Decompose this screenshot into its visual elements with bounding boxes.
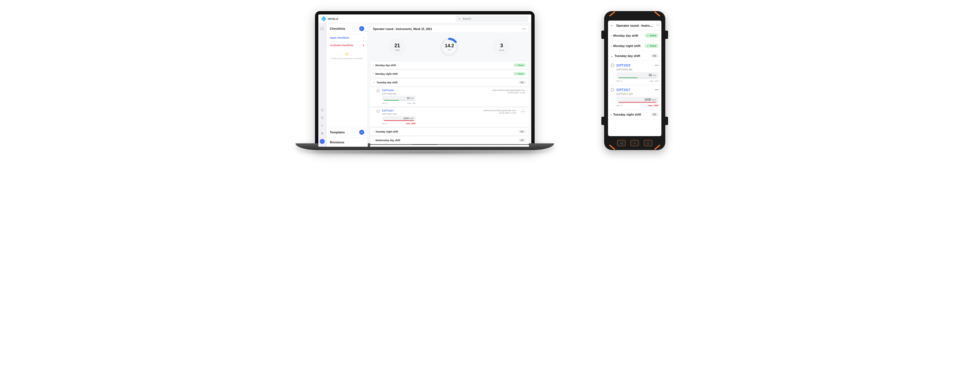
shift-tuesday-night[interactable]: › Tuesday night shift 0/1 [608,110,662,119]
brand-logo-icon [321,16,326,22]
count-badge: 0/2 [518,81,526,84]
stat-done: 3 Done [493,38,511,56]
chevron-down-icon: ▾ [363,44,364,47]
task-radio[interactable] [611,64,614,67]
count-badge: 0/2 [651,54,659,58]
task-meter: 1500 rpm [382,116,416,121]
shift-monday-night[interactable]: › Monday night shift ✓ Done [370,70,529,78]
sidebar-archived-label: Archived checklists [330,44,354,47]
task-subtitle: 21PT1019.abc [382,92,490,95]
meter-max: max. 100 [649,80,659,82]
task-radio[interactable] [377,110,380,113]
svg-point-0 [458,18,460,19]
task-name[interactable]: 21PT1017 [616,88,630,91]
task-meter: 50 cm [382,96,416,101]
meter-min: min. 0 [382,102,388,104]
chevron-right-icon: › [373,73,374,75]
sidebar-empty-text: There are no archived checklists [331,57,363,60]
count-badge: 0/2 [518,138,526,142]
meter-min: min. 0 [616,80,622,82]
app-header: INFIELD Search [318,14,531,23]
sidebar-templates-title: Templates [330,130,345,134]
shift-label: Tuesday night shift [613,113,641,116]
user-icon[interactable] [320,123,325,128]
meter-max: max. 100 [407,102,416,104]
shift-label: Monday day shift [613,34,638,37]
shift-label: Wednesday day shift [375,139,400,142]
task-name[interactable]: 21PT1019 [616,64,630,67]
more-menu-button[interactable]: ⋯ [656,24,659,27]
hw-recent-button[interactable]: □ [644,140,652,146]
home-icon[interactable] [320,26,325,30]
chevron-right-icon: › [373,64,374,67]
sliders-icon[interactable] [320,131,325,136]
search-input[interactable]: Search [456,16,528,22]
done-badge: ✓ Done [513,64,526,67]
task-meta: edel.andersen@cognitedata.com 16.04.2021… [492,89,525,104]
task-user: edel.andersen@cognitedata.com [484,109,516,112]
expand-sidebar-button[interactable]: › [320,139,325,144]
more-menu-button[interactable]: ⋯ [522,27,526,31]
done-badge: ✓ Done [645,33,659,38]
task-more-button[interactable]: ⋯ [655,63,659,68]
count-badge: 0/1 [651,113,659,116]
sidebar-archived-checklists[interactable]: Archived checklists ▾ [327,41,368,49]
shift-tuesday-day[interactable]: ⌄ Tuesday day shift 0/2 [370,78,529,86]
shift-wednesday-night[interactable]: › Wednesday night shift 0/2 [370,145,529,147]
clock-icon[interactable] [320,116,325,120]
task-row[interactable]: 21PT1017 21PT1017.123 1500 rpm min. 0 ma… [370,107,529,127]
shift-label: Monday day shift [375,64,396,67]
meter-min: min. 0 [382,122,388,124]
stat-done-value: 3 [500,43,503,49]
task-subtitle: 21PT1017.123 [616,92,659,95]
phone-title: Operator round - Instru… [616,24,654,27]
done-badge: ✓ Done [513,72,526,76]
main-header: Operator round - Instruments_Week 15_202… [370,25,529,33]
meter-max: max. 1000 [406,122,415,124]
shift-monday-night[interactable]: › Monday night shift ✓ Done [608,41,662,51]
add-checklist-button[interactable]: + [359,26,364,31]
shift-monday-day[interactable]: › Monday day shift ✓ Done [370,61,529,69]
shift-wednesday-day[interactable]: › Wednesday day shift 0/2 [370,136,529,144]
shift-monday-day[interactable]: › Monday day shift ✓ Done [608,30,662,41]
sidebar-section-templates[interactable]: Templates + [327,127,368,138]
shift-tuesday-day[interactable]: ⌄ Tuesday day shift 0/2 [608,51,662,61]
task-radio[interactable] [611,88,614,91]
done-badge: ✓ Done [645,44,659,48]
svg-point-7 [322,134,322,135]
add-template-button[interactable]: + [359,130,364,135]
task-radio[interactable] [377,89,380,92]
task-row[interactable]: 21PT1019 21PT1019.abc 50 cm min. 0 max. … [370,87,529,107]
svg-point-6 [323,133,323,133]
search-placeholder: Search [463,17,471,20]
shift-list: › Monday day shift ✓ Done › Monday night… [370,61,529,147]
meter-bar [619,102,656,103]
shift-tuesday-night[interactable]: › Tuesday night shift 0/1 [370,127,529,136]
side-rail: › [318,23,327,147]
task-name[interactable]: 21PT1017 [382,109,481,112]
chevron-down-icon: ⌄ [373,81,375,84]
task-row[interactable]: 21PT1017 ⋯ 21PT1017.123 1500 rpm min. 0 … [608,85,662,110]
meter-bar [384,120,414,121]
svg-line-1 [460,19,460,20]
phone-header: ← Operator round - Instru… ⋯ [608,21,662,30]
svg-point-4 [322,125,323,125]
task-meta: edel.andersen@cognitedata.com 16.04.2021… [484,109,516,124]
shift-label: Tuesday day shift [615,54,640,57]
task-name[interactable]: 21PT1019 [382,89,490,92]
search-icon [458,17,461,20]
phone-device-frame: ← Operator round - Instru… ⋯ › Monday da… [604,11,665,150]
task-row[interactable]: 21PT1019 ⋯ 21PT1019.abc 50 cm min. 0 max… [608,61,662,85]
sidebar-checklists-title: Checklists [330,27,345,30]
clipboard-icon[interactable] [320,108,325,112]
hw-home-button[interactable]: ○ [630,140,639,146]
task-more-button[interactable]: ⋯ [521,109,525,114]
task-subtitle: 21PT1017.123 [382,113,481,115]
chevron-right-icon: › [611,113,612,116]
back-button[interactable]: ← [610,23,614,28]
hw-back-button[interactable]: ◁ [617,140,625,146]
sidebar-section-revisions[interactable]: Revisions [327,138,368,147]
sidebar-open-checklists[interactable]: Open checklists › [327,34,368,41]
task-more-button[interactable]: ⋯ [655,87,659,92]
warning-icon: ! [345,53,348,56]
